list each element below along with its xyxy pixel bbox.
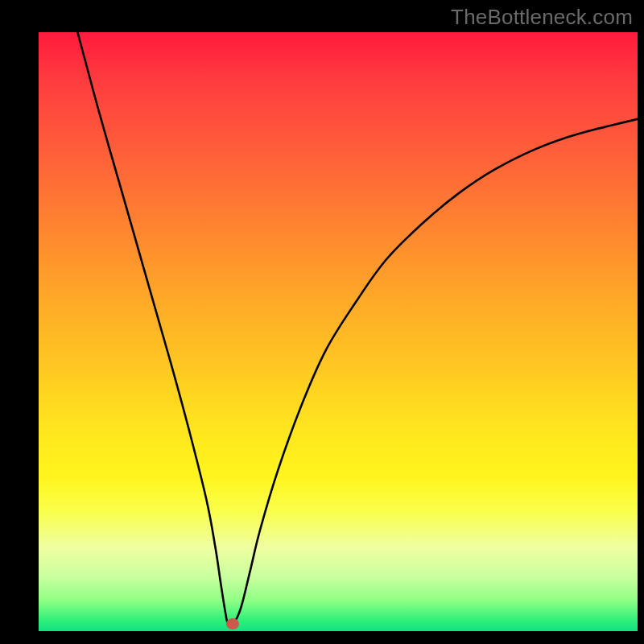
watermark: TheBottleneck.com: [451, 5, 633, 30]
bottleneck-curve-svg: [39, 32, 638, 631]
chart-plot-area: [39, 32, 638, 631]
optimal-point-marker: [226, 618, 239, 630]
bottleneck-curve-path: [77, 32, 638, 625]
